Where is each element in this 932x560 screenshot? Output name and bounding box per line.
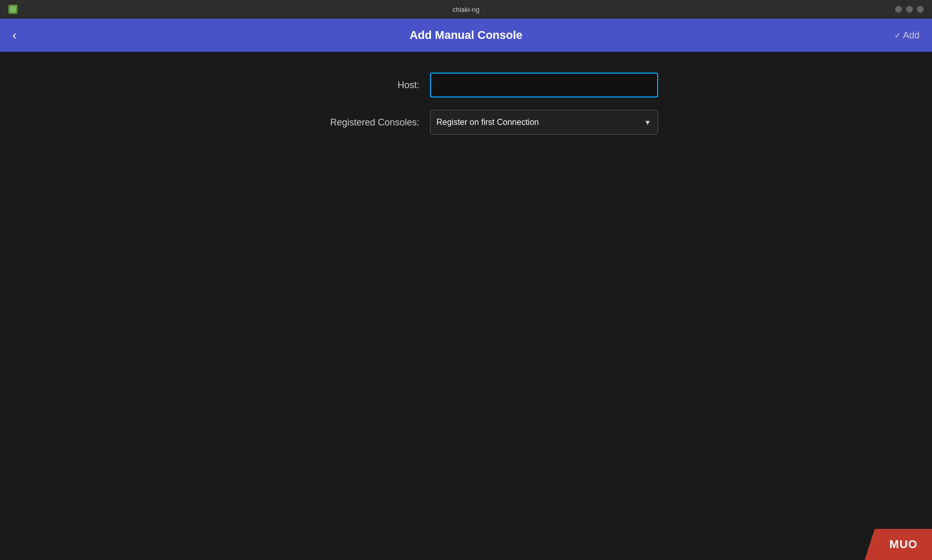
chevron-down-icon: ▼ [644, 118, 651, 127]
host-input[interactable] [430, 73, 658, 97]
add-label: Add [903, 30, 920, 41]
registered-consoles-label: Registered Consoles: [274, 117, 420, 128]
page-title: Add Manual Console [410, 29, 523, 42]
registered-consoles-row: Registered Consoles: Register on first C… [0, 110, 932, 135]
check-icon: ✓ [894, 31, 901, 40]
dropdown-selected-value: Register on first Connection [437, 118, 539, 127]
window-title: chiaki-ng [452, 6, 479, 13]
maximize-button[interactable] [917, 6, 924, 13]
host-row: Host: [0, 73, 932, 97]
minimize-button[interactable] [906, 6, 913, 13]
title-bar: chiaki-ng [0, 0, 932, 19]
add-console-button[interactable]: ✓ Add [894, 30, 920, 41]
back-button[interactable]: ‹ [12, 28, 17, 43]
host-label: Host: [274, 80, 420, 91]
muo-text: MUO [879, 538, 917, 551]
header-bar: ‹ Add Manual Console ✓ Add [0, 19, 932, 52]
muo-watermark: MUO [865, 529, 932, 560]
window-controls [895, 6, 924, 13]
registered-consoles-dropdown[interactable]: Register on first Connection ▼ [430, 110, 658, 135]
app-icon [8, 5, 18, 14]
close-button[interactable] [895, 6, 902, 13]
svg-rect-1 [10, 6, 16, 12]
main-content: Host: Registered Consoles: Register on f… [0, 52, 932, 168]
